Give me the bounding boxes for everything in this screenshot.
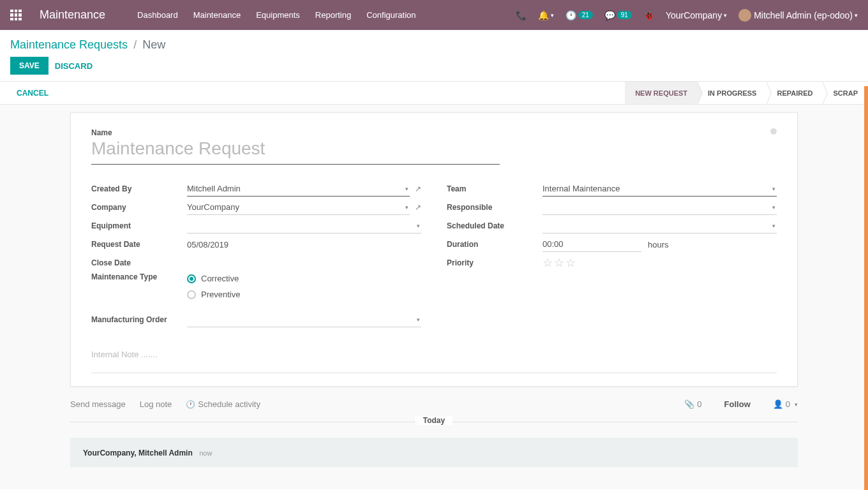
label-manufacturing-order: Manufacturing Order [91,315,187,324]
discard-button[interactable]: DISCARD [55,61,93,71]
messages-badge: 91 [617,11,632,19]
breadcrumb-parent[interactable]: Maintenance Requests [10,38,128,51]
breadcrumb-current: New [142,38,165,51]
value-request-date: 05/08/2019 [187,237,228,252]
form-sheet: Name Created By ▾ ↗ Company [70,112,798,387]
follower-count[interactable]: 👤0▾ [773,399,798,409]
user-name: Mitchell Admin (ep-odoo) [754,10,853,20]
schedule-activity-button[interactable]: 🕐Schedule activity [186,399,260,409]
radio-preventive-label: Preventive [201,290,240,299]
breadcrumb-sep: / [133,38,137,51]
input-company[interactable] [187,200,410,215]
label-duration: Duration [447,240,542,249]
nav-dashboard[interactable]: Dashboard [137,10,178,20]
internal-note[interactable]: Internal Note ....... [91,348,777,373]
radio-corrective[interactable] [187,274,196,283]
nav-menu: Dashboard Maintenance Equipments Reporti… [137,10,516,20]
chatter: Send message Log note 🕐Schedule activity… [70,393,798,467]
name-label: Name [91,128,777,137]
nav-configuration[interactable]: Configuration [366,10,415,20]
input-scheduled-date[interactable] [542,218,777,234]
dropdown-icon[interactable]: ▾ [772,223,775,229]
activity-icon[interactable]: 🕐21 [565,10,593,20]
log-note-button[interactable]: Log note [140,399,172,409]
label-scheduled-date: Scheduled Date [447,221,542,230]
dropdown-icon[interactable]: ▾ [405,186,408,192]
status-bar: CANCEL NEW REQUEST IN PROGRESS REPAIRED … [0,81,868,105]
activity-badge: 21 [578,11,593,19]
cancel-button[interactable]: CANCEL [17,89,49,98]
chevron-down-icon: ▾ [795,401,798,408]
input-equipment[interactable] [187,218,421,234]
today-label: Today [415,416,453,425]
input-team[interactable] [542,181,777,197]
paperclip-icon: 📎 [684,399,694,409]
nav-reporting[interactable]: Reporting [315,10,351,20]
clock-icon: 🕐 [186,400,195,409]
apps-icon[interactable] [10,10,22,21]
dropdown-icon[interactable]: ▾ [405,204,408,211]
dropdown-icon[interactable]: ▾ [772,204,775,211]
nav-equipments[interactable]: Equipments [256,10,300,20]
user-menu[interactable]: Mitchell Admin (ep-odoo)▾ [738,9,858,22]
control-row: Maintenance Requests / New SAVE DISCARD [0,30,868,81]
label-maintenance-type: Maintenance Type [91,272,187,281]
input-created-by[interactable] [187,181,410,197]
label-team: Team [447,184,542,193]
bell-icon[interactable]: 🔔▾ [538,10,554,20]
status-steps: NEW REQUEST IN PROGRESS REPAIRED SCRAP [625,82,868,104]
person-icon: 👤 [773,399,783,409]
external-link-icon[interactable]: ↗ [415,184,421,193]
nav-maintenance[interactable]: Maintenance [193,10,241,20]
status-scrap[interactable]: SCRAP [823,82,868,104]
input-manufacturing-order[interactable] [187,312,421,327]
external-link-icon[interactable]: ↗ [415,203,421,212]
bug-icon[interactable]: 🐞 [643,10,654,20]
navbar: Maintenance Dashboard Maintenance Equipm… [0,0,868,30]
label-equipment: Equipment [91,221,187,230]
message-time: now [199,449,212,457]
schedule-activity-label: Schedule activity [198,399,260,409]
dropdown-icon[interactable]: ▾ [417,223,420,229]
company-switcher[interactable]: YourCompany▾ [666,10,727,20]
status-new-request[interactable]: NEW REQUEST [625,82,698,104]
message-author: YourCompany, Mitchell Admin [83,449,193,457]
internal-note-placeholder: Internal Note ....... [91,350,157,359]
save-button[interactable]: SAVE [10,57,49,75]
label-close-date: Close Date [91,258,187,267]
avatar [738,9,751,22]
label-company: Company [91,203,187,212]
label-priority: Priority [447,258,542,267]
priority-star-3[interactable]: ☆ [565,256,576,270]
send-message-button[interactable]: Send message [70,399,126,409]
dropdown-icon[interactable]: ▾ [772,186,775,192]
module-title[interactable]: Maintenance [40,8,105,22]
label-request-date: Request Date [91,240,187,249]
input-responsible[interactable] [542,200,777,215]
message-block: YourCompany, Mitchell Admin now [70,438,798,467]
breadcrumb: Maintenance Requests / New [10,38,858,52]
phone-icon[interactable]: 📞 [516,10,527,20]
status-repaired[interactable]: REPAIRED [767,82,823,104]
company-name: YourCompany [666,10,722,20]
attachment-count[interactable]: 📎0 [684,399,701,409]
status-in-progress[interactable]: IN PROGRESS [698,82,767,104]
input-duration[interactable] [542,237,641,252]
dropdown-icon[interactable]: ▾ [417,316,420,323]
messages-icon[interactable]: 💬91 [604,10,632,20]
hours-suffix: hours [648,240,669,249]
follow-button[interactable]: Follow [724,399,751,409]
nav-right: 📞 🔔▾ 🕐21 💬91 🐞 YourCompany▾ Mitchell Adm… [516,9,858,22]
label-responsible: Responsible [447,203,542,212]
priority-star-2[interactable]: ☆ [554,256,564,270]
label-created-by: Created By [91,184,187,193]
radio-preventive[interactable] [187,290,196,299]
edit-indicator-bar [864,86,868,490]
radio-corrective-label: Corrective [201,274,239,283]
priority-star-1[interactable]: ☆ [542,256,553,270]
kanban-state-dot[interactable] [770,128,777,135]
name-input[interactable] [91,138,500,165]
